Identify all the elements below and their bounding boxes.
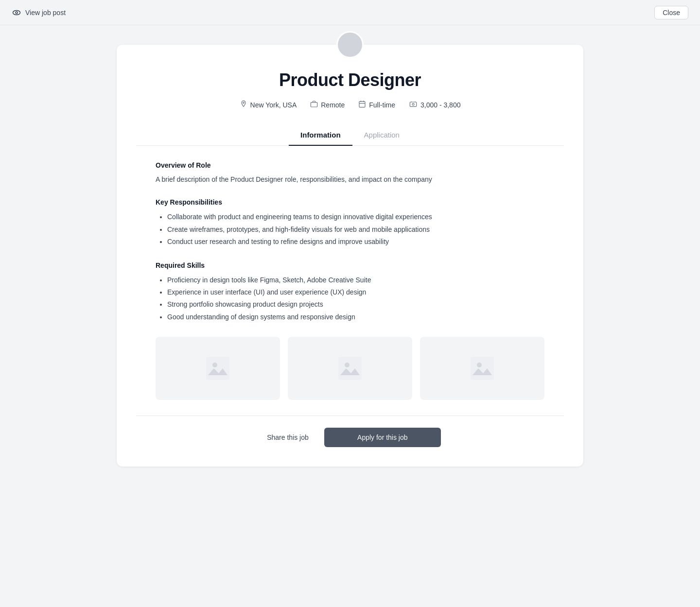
svg-rect-3	[311, 103, 317, 107]
image-gallery	[156, 337, 544, 400]
list-item: Collaborate with product and engineering…	[167, 211, 544, 223]
list-item: Proficiency in design tools like Figma, …	[167, 274, 544, 286]
overview-description: A brief description of the Product Desig…	[156, 174, 544, 185]
close-button[interactable]: Close	[654, 6, 688, 19]
responsibilities-section: Key Responsibilities Collaborate with pr…	[156, 198, 544, 248]
footer-actions: Share this job Apply for this job	[117, 416, 583, 447]
svg-rect-8	[410, 102, 416, 106]
page-wrapper: Product Designer New York, USA	[0, 25, 700, 505]
svg-rect-12	[206, 357, 229, 380]
list-item: Conduct user research and testing to ref…	[167, 236, 544, 248]
meta-row: New York, USA Remote	[117, 100, 583, 109]
salary-icon	[409, 100, 418, 109]
list-item: Good understanding of design systems and…	[167, 311, 544, 323]
briefcase-icon	[310, 100, 318, 109]
svg-point-17	[477, 363, 482, 367]
employment-type-meta: Full-time	[358, 100, 395, 109]
svg-rect-16	[471, 357, 494, 380]
eye-icon	[12, 8, 21, 17]
calendar-icon	[358, 100, 366, 109]
overview-title: Overview of Role	[156, 161, 544, 169]
svg-point-2	[243, 102, 244, 104]
job-title: Product Designer	[117, 70, 583, 90]
salary-text: 3,000 - 3,800	[420, 101, 461, 109]
svg-point-9	[412, 104, 414, 105]
gallery-image-1	[156, 337, 280, 400]
share-button[interactable]: Share this job	[259, 429, 316, 446]
gallery-image-3	[420, 337, 544, 400]
skills-list: Proficiency in design tools like Figma, …	[156, 274, 544, 323]
gallery-image-2	[288, 337, 412, 400]
list-item: Create wireframes, prototypes, and high-…	[167, 224, 544, 236]
tab-application[interactable]: Application	[352, 125, 411, 146]
svg-rect-4	[359, 102, 365, 107]
work-type-meta: Remote	[310, 100, 345, 109]
list-item: Experience in user interface (UI) and us…	[167, 286, 544, 298]
skills-title: Required Skills	[156, 261, 544, 269]
salary-meta: 3,000 - 3,800	[409, 100, 461, 109]
apply-button[interactable]: Apply for this job	[324, 428, 441, 447]
tabs: Information Application	[136, 125, 564, 146]
location-meta: New York, USA	[240, 100, 297, 109]
avatar-wrapper	[117, 31, 583, 58]
topbar: View job post Close	[0, 0, 700, 25]
svg-rect-14	[338, 357, 362, 380]
list-item: Strong portfolio showcasing product desi…	[167, 298, 544, 311]
avatar	[336, 31, 364, 58]
svg-point-1	[16, 11, 18, 13]
content-area: Overview of Role A brief description of …	[117, 146, 583, 400]
employment-type-text: Full-time	[369, 101, 395, 109]
responsibilities-list: Collaborate with product and engineering…	[156, 211, 544, 248]
job-card: Product Designer New York, USA	[117, 45, 583, 467]
skills-section: Required Skills Proficiency in design to…	[156, 261, 544, 323]
tab-information-label: Information	[300, 131, 341, 139]
view-job-post-label: View job post	[25, 9, 66, 17]
responsibilities-title: Key Responsibilities	[156, 198, 544, 206]
work-type-text: Remote	[321, 101, 345, 109]
location-text: New York, USA	[250, 101, 297, 109]
svg-point-15	[345, 363, 350, 367]
location-icon	[240, 100, 247, 109]
tab-information[interactable]: Information	[289, 125, 352, 146]
svg-point-13	[212, 363, 217, 367]
view-job-post-button[interactable]: View job post	[12, 8, 66, 17]
svg-point-0	[13, 10, 20, 15]
tab-application-label: Application	[364, 131, 400, 139]
